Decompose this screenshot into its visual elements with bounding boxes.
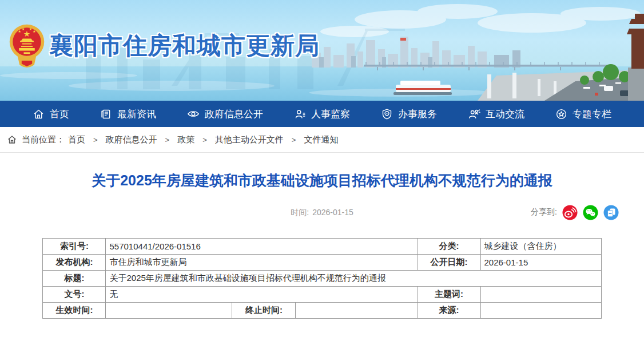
source-value — [480, 303, 601, 319]
svg-text:★: ★ — [33, 29, 36, 34]
issuing-agency-value: 市住房和城市更新局 — [106, 255, 418, 271]
publish-time-value: 2026-01-15 — [312, 208, 353, 217]
nav-item-gov-info[interactable]: 政府信息公开 — [187, 108, 263, 121]
category-value: 城乡建设（含住房） — [480, 239, 601, 255]
breadcrumb-separator: > — [93, 136, 98, 144]
expiry-date-value — [296, 303, 418, 319]
nav-item-special-topics[interactable]: 专题专栏 — [555, 108, 611, 121]
table-row: 文号: 无 主题词: — [43, 287, 601, 303]
nav-item-personnel[interactable]: 人事监察 — [294, 108, 350, 121]
breadcrumb-item-other-public-docs[interactable]: 其他主动公开文件 — [215, 134, 284, 145]
weibo-icon[interactable] — [562, 205, 578, 220]
nav-item-label: 专题专栏 — [573, 108, 611, 121]
nav-item-label: 互动交流 — [486, 108, 524, 121]
publish-date-value: 2026-01-15 — [480, 255, 601, 271]
star-circle-icon — [555, 108, 567, 120]
document-meta-table: 索引号: 557010441/2026-01516 分类: 城乡建设（含住房） … — [42, 238, 601, 319]
wechat-icon[interactable] — [583, 205, 598, 220]
effective-date-value — [106, 303, 232, 319]
nav-item-label: 政府信息公开 — [205, 108, 263, 121]
table-row: 发布机构: 市住房和城市更新局 公开日期: 2026-01-15 — [43, 255, 601, 271]
expiry-date-label: 终止时间: — [232, 303, 296, 319]
page-title: 关于2025年房屋建筑和市政基础设施项目招标代理机构不规范行为的通报 — [0, 171, 644, 189]
site-title[interactable]: 襄阳市住房和城市更新局 — [49, 30, 320, 62]
article-meta-row: 时间:2026-01-15 分享到: — [0, 204, 644, 221]
table-row: 生效时间: 终止时间: 来源: — [43, 303, 601, 319]
news-icon — [100, 108, 112, 120]
breadcrumb-home-icon — [7, 134, 17, 145]
table-row: 标题: 关于2025年房屋建筑和市政基础设施项目招标代理机构不规范行为的通报 — [43, 271, 601, 287]
breadcrumb-item-policy[interactable]: 政策 — [177, 134, 194, 145]
index-number-label: 索引号: — [43, 239, 106, 255]
main-nav: 首页 最新资讯 政府信息公开 人事监察 办事服务 互动交流 — [0, 101, 644, 127]
doc-number-value: 无 — [106, 287, 418, 303]
effective-date-label: 生效时间: — [43, 303, 106, 319]
site-banner: ★ ★★ ★★ 襄阳市住房和城市更新局 — [0, 0, 644, 101]
publish-date-label: 公开日期: — [418, 255, 480, 271]
keywords-label: 主题词: — [418, 287, 480, 303]
nav-item-services[interactable]: 办事服务 — [381, 108, 437, 121]
doc-title-value: 关于2025年房屋建筑和市政基础设施项目招标代理机构不规范行为的通报 — [106, 271, 601, 287]
issuing-agency-label: 发布机构: — [43, 255, 106, 271]
category-label: 分类: — [418, 239, 480, 255]
nav-item-label: 办事服务 — [398, 108, 437, 121]
keywords-value — [480, 287, 601, 303]
share-label: 分享到: — [531, 207, 557, 217]
breadcrumb-separator: > — [202, 136, 207, 144]
nav-item-label: 人事监察 — [311, 108, 350, 121]
nav-item-interaction[interactable]: 互动交流 — [468, 108, 524, 121]
person-icon — [294, 108, 306, 120]
svg-text:★: ★ — [18, 29, 21, 34]
eye-icon — [187, 108, 200, 120]
table-row: 索引号: 557010441/2026-01516 分类: 城乡建设（含住房） — [43, 239, 601, 255]
publish-time-label: 时间: — [291, 208, 309, 217]
breadcrumb: 当前位置： 首页 > 政府信息公开 > 政策 > 其他主动公开文件 > 文件通知 — [0, 127, 644, 153]
nav-item-news[interactable]: 最新资讯 — [100, 108, 156, 121]
breadcrumb-separator: > — [165, 136, 170, 144]
svg-text:★: ★ — [22, 27, 25, 31]
people-chat-icon — [468, 108, 480, 120]
doc-title-label: 标题: — [43, 271, 106, 287]
nav-item-label: 最新资讯 — [117, 108, 156, 121]
source-label: 来源: — [418, 303, 480, 319]
breadcrumb-item-gov-info[interactable]: 政府信息公开 — [106, 134, 157, 145]
breadcrumb-separator: > — [292, 136, 296, 144]
doc-number-label: 文号: — [43, 287, 106, 303]
article-header: 关于2025年房屋建筑和市政基础设施项目招标代理机构不规范行为的通报 时间:20… — [0, 153, 644, 221]
breadcrumb-item-home[interactable]: 首页 — [68, 134, 85, 145]
home-icon — [33, 108, 45, 120]
share-bar: 分享到: — [531, 204, 619, 221]
breadcrumb-item-doc-notice[interactable]: 文件通知 — [304, 134, 338, 145]
national-emblem-logo: ★ ★★ ★★ — [8, 22, 46, 74]
breadcrumb-label: 当前位置： — [22, 134, 65, 145]
svg-text:★: ★ — [29, 27, 33, 31]
shield-badge-icon — [381, 108, 393, 120]
nav-item-home[interactable]: 首页 — [33, 108, 69, 121]
index-number-value: 557010441/2026-01516 — [106, 239, 418, 255]
nav-item-label: 首页 — [50, 108, 69, 121]
copy-link-icon[interactable] — [603, 205, 619, 220]
